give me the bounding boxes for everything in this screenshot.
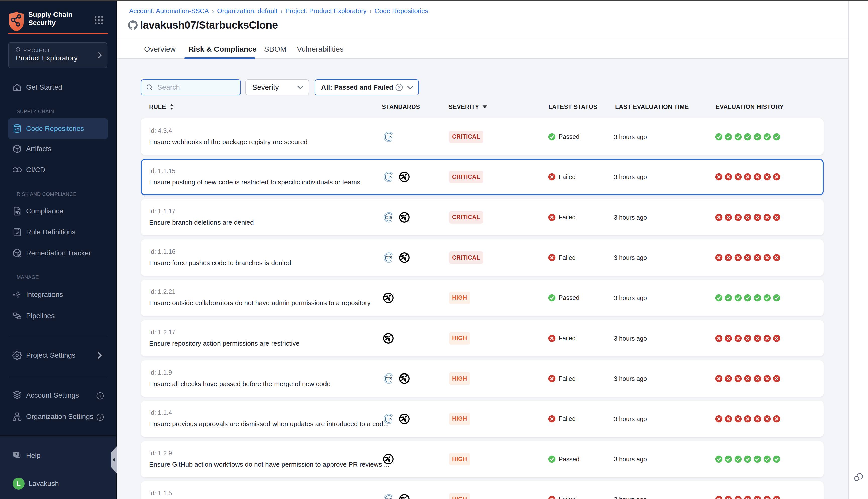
svg-text:?: ? (15, 452, 17, 457)
